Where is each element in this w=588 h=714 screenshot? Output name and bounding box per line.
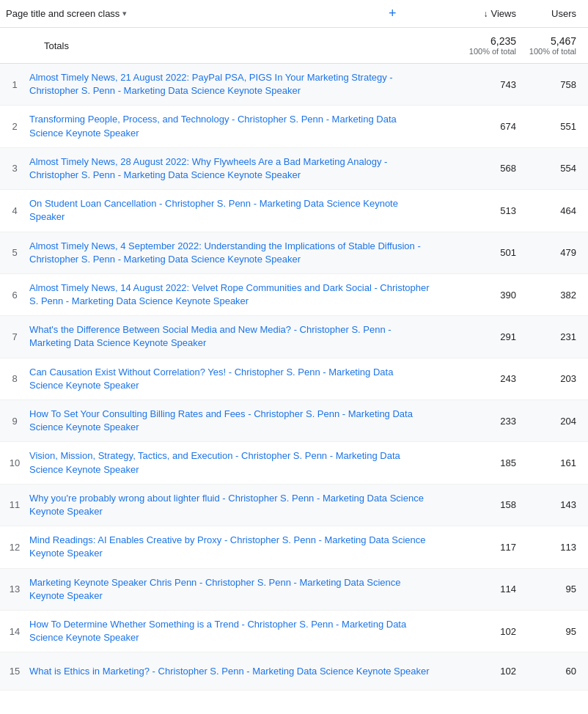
row-number: 15 xyxy=(0,666,29,677)
row-page-title[interactable]: How To Determine Whether Something is a … xyxy=(29,618,441,644)
row-page-title[interactable]: Almost Timely News, 4 September 2022: Un… xyxy=(29,240,441,266)
row-number: 11 xyxy=(0,499,29,510)
row-views-value: 501 xyxy=(441,247,522,258)
row-page-title[interactable]: How To Set Your Consulting Billing Rates… xyxy=(29,408,441,434)
page-title-label: Page title and screen class xyxy=(6,8,120,19)
table-row[interactable]: 7 What's the Difference Between Social M… xyxy=(0,316,588,358)
row-page-title[interactable]: Marketing Keynote Speaker Chris Penn - C… xyxy=(29,576,441,603)
row-number: 6 xyxy=(0,290,29,301)
row-number: 8 xyxy=(0,373,29,384)
chevron-down-icon[interactable]: ▾ xyxy=(122,9,127,18)
table-row[interactable]: 14 How To Determine Whether Something is… xyxy=(0,611,588,652)
row-page-title[interactable]: Almost Timely News, 14 August 2022: Velv… xyxy=(29,281,441,308)
row-views-value: 291 xyxy=(441,331,522,342)
row-users-value: 231 xyxy=(522,331,588,342)
row-number: 2 xyxy=(0,121,29,132)
totals-views-pct: 100% of total xyxy=(441,47,516,56)
row-number: 3 xyxy=(0,163,29,174)
totals-views-value: 6,235 xyxy=(441,35,516,47)
table-row[interactable]: 15 What is Ethics in Marketing? - Christ… xyxy=(0,652,588,691)
row-users-value: 95 xyxy=(522,626,588,637)
table-row[interactable]: 3 Almost Timely News, 28 August 2022: Wh… xyxy=(0,148,588,190)
row-views-value: 185 xyxy=(441,457,522,468)
row-views-value: 674 xyxy=(441,121,522,132)
views-column-header[interactable]: ↓ Views xyxy=(441,8,522,19)
row-users-value: 382 xyxy=(522,290,588,301)
row-users-value: 143 xyxy=(522,499,588,510)
table-row[interactable]: 12 Mind Readings: AI Enables Creative by… xyxy=(0,526,588,568)
row-page-title[interactable]: What is Ethics in Marketing? - Christoph… xyxy=(29,665,441,678)
row-page-title[interactable]: Almost Timely News, 21 August 2022: PayP… xyxy=(29,71,441,97)
row-number: 5 xyxy=(0,247,29,258)
row-page-title[interactable]: On Student Loan Cancellation - Christoph… xyxy=(29,197,441,224)
page-title-column-header[interactable]: Page title and screen class ▾ xyxy=(6,8,441,19)
row-number: 4 xyxy=(0,205,29,216)
row-number: 14 xyxy=(0,626,29,637)
table-row[interactable]: 10 Vision, Mission, Strategy, Tactics, a… xyxy=(0,442,588,484)
row-views-value: 743 xyxy=(441,79,522,90)
table-row[interactable]: 4 On Student Loan Cancellation - Christo… xyxy=(0,190,588,232)
row-views-value: 568 xyxy=(441,163,522,174)
row-views-value: 243 xyxy=(441,373,522,384)
row-users-value: 203 xyxy=(522,373,588,384)
row-views-value: 102 xyxy=(441,626,522,637)
row-number: 7 xyxy=(0,331,29,342)
views-label: Views xyxy=(491,8,516,19)
row-number: 12 xyxy=(0,542,29,553)
row-views-value: 390 xyxy=(441,290,522,301)
row-page-title[interactable]: Almost Timely News, 28 August 2022: Why … xyxy=(29,155,441,182)
table-row[interactable]: 2 Transforming People, Process, and Tech… xyxy=(0,106,588,147)
row-page-title[interactable]: Can Causation Exist Without Correlation?… xyxy=(29,366,441,392)
add-column-button[interactable]: + xyxy=(389,6,397,21)
table-row[interactable]: 9 How To Set Your Consulting Billing Rat… xyxy=(0,400,588,442)
row-users-value: 464 xyxy=(522,205,588,216)
table-row[interactable]: 11 Why you're probably wrong about light… xyxy=(0,485,588,526)
users-column-header[interactable]: Users xyxy=(522,8,588,19)
totals-label: Totals xyxy=(0,40,441,51)
row-users-value: 758 xyxy=(522,79,588,90)
sort-arrow-icon: ↓ xyxy=(484,9,488,19)
table-row[interactable]: 1 Almost Timely News, 21 August 2022: Pa… xyxy=(0,64,588,106)
table-header: Page title and screen class ▾ + ↓ Views … xyxy=(0,0,588,28)
row-page-title[interactable]: Vision, Mission, Strategy, Tactics, and … xyxy=(29,449,441,476)
row-number: 1 xyxy=(0,79,29,90)
table-row[interactable]: 6 Almost Timely News, 14 August 2022: Ve… xyxy=(0,274,588,316)
table-row[interactable]: 8 Can Causation Exist Without Correlatio… xyxy=(0,358,588,400)
row-views-value: 114 xyxy=(441,584,522,595)
totals-users: 5,467 100% of total xyxy=(522,35,588,56)
row-number: 10 xyxy=(0,457,29,468)
row-users-value: 479 xyxy=(522,247,588,258)
totals-row: Totals 6,235 100% of total 5,467 100% of… xyxy=(0,28,588,64)
row-views-value: 158 xyxy=(441,499,522,510)
row-page-title[interactable]: Transforming People, Process, and Techno… xyxy=(29,113,441,139)
row-views-value: 233 xyxy=(441,416,522,427)
row-users-value: 204 xyxy=(522,416,588,427)
row-users-value: 161 xyxy=(522,457,588,468)
row-page-title[interactable]: What's the Difference Between Social Med… xyxy=(29,323,441,350)
row-views-value: 117 xyxy=(441,542,522,553)
users-label: Users xyxy=(551,8,576,19)
row-page-title[interactable]: Mind Readings: AI Enables Creative by Pr… xyxy=(29,534,441,560)
table-body: 1 Almost Timely News, 21 August 2022: Pa… xyxy=(0,64,588,691)
row-number: 9 xyxy=(0,416,29,427)
totals-users-value: 5,467 xyxy=(522,35,576,47)
row-users-value: 60 xyxy=(522,666,588,677)
table-row[interactable]: 13 Marketing Keynote Speaker Chris Penn … xyxy=(0,569,588,611)
row-users-value: 551 xyxy=(522,121,588,132)
row-number: 13 xyxy=(0,584,29,595)
table-row[interactable]: 5 Almost Timely News, 4 September 2022: … xyxy=(0,232,588,274)
totals-views: 6,235 100% of total xyxy=(441,35,522,56)
row-views-value: 513 xyxy=(441,205,522,216)
row-views-value: 102 xyxy=(441,666,522,677)
row-users-value: 95 xyxy=(522,584,588,595)
totals-users-pct: 100% of total xyxy=(522,47,576,56)
row-page-title[interactable]: Why you're probably wrong about lighter … xyxy=(29,492,441,518)
row-users-value: 113 xyxy=(522,542,588,553)
row-users-value: 554 xyxy=(522,163,588,174)
